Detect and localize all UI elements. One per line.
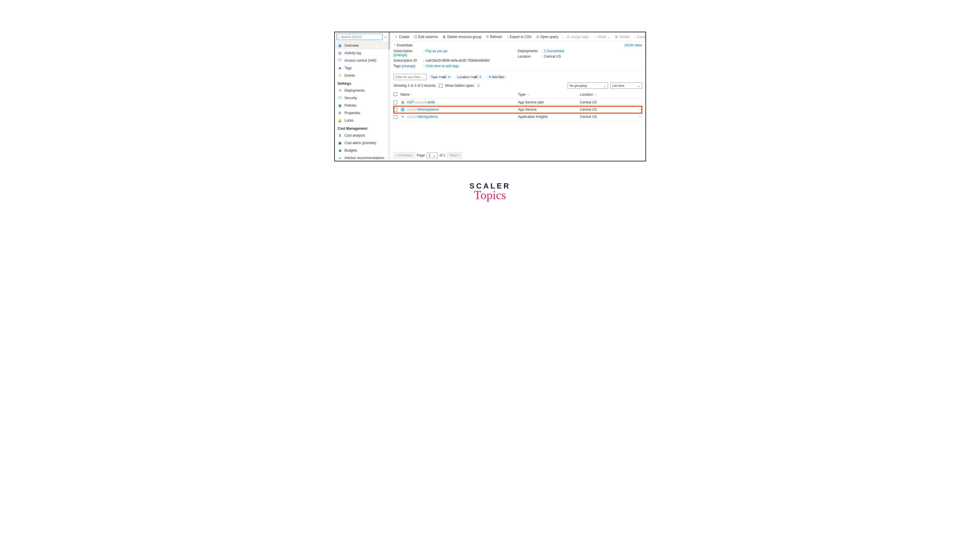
sidebar-nav: ▦ Overview ▤ Activity log ⛉ Access contr… (335, 42, 388, 161)
security-icon: 🛡 (338, 96, 342, 100)
locks-icon: 🔒 (338, 118, 342, 123)
nav-policies[interactable]: ▣ Policies (335, 102, 388, 109)
subscription-link[interactable]: Pay as you go (426, 49, 448, 57)
budgets-icon: ◉ (338, 148, 342, 153)
info-icon[interactable]: ⓘ (477, 83, 480, 88)
appservice-icon: 🌐 (401, 107, 405, 112)
chevron-down-icon: ⌄ (637, 84, 640, 88)
edit-columns-button[interactable]: ☷Edit columns (412, 34, 440, 40)
deployments-link[interactable]: 1 Succeeded (544, 49, 564, 53)
nav-budgets[interactable]: ◉ Budgets (335, 147, 388, 154)
resource-link[interactable]: ASP-▮▮▮▮▮I-ab9b (407, 100, 435, 104)
filter-input[interactable] (394, 74, 426, 80)
row-more-button[interactable]: ⋯ (636, 108, 642, 112)
events-icon: ⚡ (338, 73, 342, 78)
nav-label: Access control (IAM) (344, 58, 377, 63)
tags-icon: ◆ (338, 66, 342, 70)
export-csv-button[interactable]: ↓Export to CSV (505, 34, 534, 40)
tags-change-link[interactable]: change (403, 64, 414, 68)
columns-icon: ☷ (414, 35, 417, 39)
resource-link[interactable]: ▮▮▮▮▮WebAppdemo (407, 108, 439, 112)
search-input[interactable] (341, 35, 381, 38)
nav-activity-log[interactable]: ▤ Activity log (335, 49, 388, 57)
section-cost-management: Cost Management (335, 124, 388, 132)
row-checkbox[interactable] (394, 108, 398, 112)
nav-label: Properties (344, 111, 361, 115)
nav-label: Security (344, 96, 357, 100)
column-header-name[interactable]: Name↑ (401, 92, 518, 97)
json-view-link[interactable]: JSON View (624, 43, 642, 47)
table-row[interactable]: 🌐 ▮▮▮▮▮WebAppdemo App Service Central US… (394, 106, 642, 113)
prev-page-button[interactable]: < Previous (394, 152, 415, 158)
resource-link[interactable]: ▮▮▮▮▮VebAppdemo (407, 115, 438, 119)
nav-overview[interactable]: ▦ Overview (335, 42, 388, 49)
table-row[interactable]: ▥ ASP-▮▮▮▮▮I-ab9b App Service plan Centr… (394, 99, 642, 106)
grouping-dropdown[interactable]: No grouping ⌄ (567, 82, 608, 89)
sidebar-search[interactable]: ⌕ (336, 34, 383, 40)
table-row[interactable]: ♥ ▮▮▮▮▮VebAppdemo Application Insights C… (394, 113, 642, 120)
sort-up-icon: ↑ (411, 93, 413, 96)
close-icon[interactable]: ✕ (479, 75, 481, 79)
column-header-location[interactable]: Location↑↓ (580, 92, 642, 97)
filter-pill-type[interactable]: Type == all ✕ (429, 75, 453, 80)
nav-label: Overview (344, 43, 359, 48)
page-select[interactable]: 1 ⌄ (427, 152, 438, 158)
chevron-up-icon: ⌃ (394, 44, 396, 47)
next-page-button[interactable]: Next > (447, 152, 462, 158)
chevron-down-icon: ⌄ (607, 35, 610, 39)
subscription-change-link[interactable]: change (395, 53, 406, 57)
create-button[interactable]: ＋Create (393, 33, 411, 40)
plus-icon: ＋ (394, 34, 398, 39)
collapse-sidebar-button[interactable]: « (384, 35, 386, 38)
column-header-type[interactable]: Type↑↓ (518, 92, 580, 97)
cost-analysis-icon: $ (338, 133, 342, 138)
refresh-button[interactable]: ↻Refresh (484, 34, 504, 40)
row-checkbox[interactable] (394, 115, 398, 119)
filter-bar: Type == all ✕ Location == all ✕ ⧩ Add fi… (390, 72, 646, 82)
close-icon[interactable]: ✕ (448, 75, 450, 79)
delete-button[interactable]: 🗑Delete (613, 34, 632, 40)
nav-cost-analysis[interactable]: $ Cost analysis (335, 132, 388, 139)
download-icon: ↓ (507, 35, 509, 39)
toolbar-separator: | (561, 35, 564, 39)
essentials-panel: ⌃ Essentials JSON View Subscription (cha… (390, 42, 646, 72)
nav-properties[interactable]: ⚙ Properties (335, 109, 388, 117)
export-template-button[interactable]: ↓Export template (632, 34, 646, 40)
pager: < Previous Page 1 ⌄ of 1 Next > (390, 150, 646, 161)
nav-deployments[interactable]: ⟲ Deployments (335, 87, 388, 94)
nav-events[interactable]: ⚡ Events (335, 72, 388, 79)
add-filter-button[interactable]: ⧩ Add filter (486, 75, 507, 80)
move-button[interactable]: →Move⌄ (591, 34, 612, 40)
row-checkbox[interactable] (394, 101, 398, 104)
essentials-toggle[interactable]: ⌃ Essentials (394, 43, 413, 47)
open-query-button[interactable]: ⊙Open query (534, 34, 561, 40)
show-hidden-checkbox[interactable] (439, 84, 443, 88)
nav-tags[interactable]: ◆ Tags (335, 64, 388, 72)
sort-icon: ↑↓ (594, 93, 597, 96)
chevron-down-icon: ⌄ (433, 153, 436, 157)
nav-access-control[interactable]: ⛉ Access control (IAM) (335, 57, 388, 64)
filter-pill-location[interactable]: Location == all ✕ (455, 75, 484, 80)
nav-label: Advisor recommendations (344, 156, 385, 160)
add-tags-link[interactable]: Click here to add tags (426, 64, 459, 68)
deployments-icon: ⟲ (338, 88, 342, 93)
main-panel: ＋Create ☷Edit columns 🗑Delete resource g… (390, 32, 646, 161)
search-icon: ⌕ (338, 35, 340, 38)
view-dropdown[interactable]: List view ⌄ (610, 82, 642, 89)
trash-icon: 🗑 (615, 35, 618, 39)
filter-icon: ⧩ (488, 75, 491, 79)
section-settings: Settings (335, 79, 388, 87)
records-row: Showing 1 to 3 of 3 records. Show hidden… (390, 82, 646, 90)
nav-security[interactable]: 🛡 Security (335, 94, 388, 102)
nav-advisor[interactable]: ♠ Advisor recommendations (335, 154, 388, 161)
row-more-button[interactable]: ⋯ (636, 115, 642, 119)
sidebar-scrollbar[interactable] (388, 32, 390, 161)
delete-rg-button[interactable]: 🗑Delete resource group (441, 34, 484, 40)
nav-label: Cost alerts (preview) (344, 141, 376, 145)
nav-locks[interactable]: 🔒 Locks (335, 117, 388, 124)
select-all-checkbox[interactable] (394, 92, 398, 96)
nav-label: Deployments (344, 88, 365, 93)
trash-icon: 🗑 (443, 35, 446, 39)
assign-tags-button[interactable]: ⊘Assign tags (565, 34, 591, 40)
nav-cost-alerts[interactable]: ▣ Cost alerts (preview) (335, 139, 388, 147)
